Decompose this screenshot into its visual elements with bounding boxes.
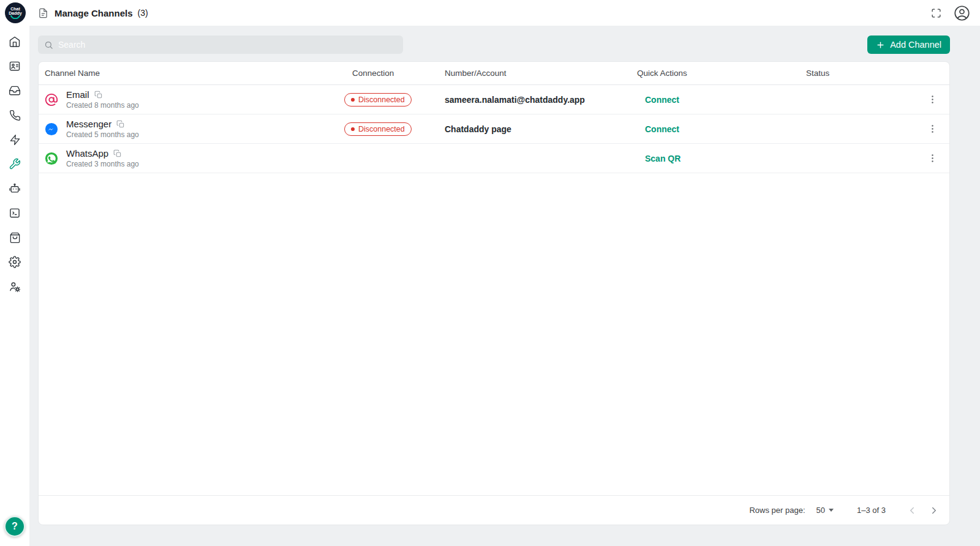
channel-cell: WhatsApp Created 3 months ago xyxy=(39,148,352,168)
bot-icon xyxy=(9,182,21,195)
connection-badge: Disconnected xyxy=(344,122,412,136)
sidebar-item-store[interactable] xyxy=(0,225,29,250)
pagination-range: 1–3 of 3 xyxy=(857,506,886,515)
channel-created: Created 3 months ago xyxy=(66,160,139,168)
sidebar-item-phone[interactable] xyxy=(0,103,29,127)
column-header-status: Status xyxy=(806,69,915,78)
status-dot-icon xyxy=(351,98,355,102)
channel-created: Created 8 months ago xyxy=(66,101,139,110)
sidebar-item-inbox[interactable] xyxy=(0,78,29,103)
sidebar-item-integrations[interactable] xyxy=(0,152,29,176)
fullscreen-icon xyxy=(931,8,941,18)
help-button[interactable]: ? xyxy=(4,516,25,537)
whatsapp-icon xyxy=(45,152,58,165)
chevron-left-icon xyxy=(907,505,918,516)
sidebar-item-team[interactable] xyxy=(0,274,29,299)
table-row: Messenger Created 5 months ago Disconnec… xyxy=(39,114,949,144)
messenger-icon xyxy=(45,122,58,136)
fullscreen-button[interactable] xyxy=(931,8,941,18)
kebab-menu-icon xyxy=(927,124,938,134)
toolbar: Add Channel xyxy=(38,36,950,54)
row-menu-button[interactable] xyxy=(915,153,949,163)
channel-cell: Messenger Created 5 months ago xyxy=(39,119,352,139)
connection-cell: Disconnected xyxy=(352,122,445,136)
channel-name: Email xyxy=(66,89,89,100)
copy-button[interactable] xyxy=(116,120,125,129)
rows-per-page-select[interactable]: 50 xyxy=(816,506,834,515)
column-header-quick-actions: Quick Actions xyxy=(637,69,806,78)
table-empty-space xyxy=(39,173,949,495)
status-dot-icon xyxy=(351,127,355,131)
copy-icon xyxy=(113,149,122,158)
tools-icon xyxy=(9,158,21,170)
column-header-connection: Connection xyxy=(352,69,445,78)
channel-text: Messenger Created 5 months ago xyxy=(66,119,139,139)
pagination-bar: Rows per page: 50 1–3 of 3 xyxy=(39,495,949,525)
quick-actions-cell: Scan QR xyxy=(637,153,806,164)
next-page-button[interactable] xyxy=(929,505,940,516)
channel-cell: Email Created 8 months ago xyxy=(39,89,352,110)
top-bar: Chat Daddy Manage Channels (3) xyxy=(0,0,980,26)
channel-created: Created 5 months ago xyxy=(66,130,139,139)
plus-icon xyxy=(876,40,885,50)
channels-table-card: Channel Name Connection Number/Account Q… xyxy=(38,61,950,525)
search-box[interactable] xyxy=(38,36,403,54)
page-count: (3) xyxy=(138,8,148,18)
sidebar-item-home[interactable] xyxy=(0,29,29,54)
account-cell: sameera.nalamati@chatdaddy.app xyxy=(445,95,637,105)
lightning-icon xyxy=(9,134,21,146)
home-icon xyxy=(9,36,21,48)
copy-button[interactable] xyxy=(113,149,122,158)
sidebar-item-automations[interactable] xyxy=(0,127,29,152)
email-icon xyxy=(45,93,58,107)
logo-text-line1: Chat xyxy=(10,7,20,11)
connection-label: Disconnected xyxy=(358,95,405,104)
add-channel-label: Add Channel xyxy=(890,40,941,50)
sidebar-item-developer[interactable] xyxy=(0,201,29,225)
rows-per-page-value: 50 xyxy=(816,506,825,515)
shopping-bag-icon xyxy=(9,232,21,244)
copy-button[interactable] xyxy=(94,91,103,99)
table-row: Email Created 8 months ago Disconnected xyxy=(39,85,949,114)
contact-card-icon xyxy=(9,60,21,72)
channel-text: Email Created 8 months ago xyxy=(66,89,139,110)
channel-text: WhatsApp Created 3 months ago xyxy=(66,148,139,168)
connection-cell: Disconnected xyxy=(352,93,445,107)
channel-name: Messenger xyxy=(66,119,111,129)
copy-icon xyxy=(94,91,103,99)
copy-icon xyxy=(116,120,125,129)
channel-name: WhatsApp xyxy=(66,148,108,159)
sidebar-item-settings[interactable] xyxy=(0,250,29,274)
sidebar: ? xyxy=(0,26,29,546)
user-avatar-icon xyxy=(954,5,970,21)
sidebar-item-bot[interactable] xyxy=(0,176,29,201)
user-profile-button[interactable] xyxy=(954,5,970,21)
scan-qr-action-link[interactable]: Scan QR xyxy=(645,154,680,163)
code-box-icon xyxy=(9,207,21,219)
pagination-buttons xyxy=(907,505,940,516)
add-channel-button[interactable]: Add Channel xyxy=(867,36,950,54)
logo-smile-icon xyxy=(10,15,20,19)
account-cell: Chatdaddy page xyxy=(445,124,637,134)
inbox-icon xyxy=(9,84,21,97)
kebab-menu-icon xyxy=(927,94,938,105)
connect-action-link[interactable]: Connect xyxy=(645,124,679,134)
page-document-icon xyxy=(38,8,48,18)
main-content: Add Channel Channel Name Connection Numb… xyxy=(29,26,980,546)
table-row: WhatsApp Created 3 months ago xyxy=(39,144,949,173)
search-icon xyxy=(44,40,53,50)
connection-label: Disconnected xyxy=(358,125,405,133)
previous-page-button[interactable] xyxy=(907,505,918,516)
page-title: Manage Channels xyxy=(55,8,133,18)
rows-per-page-label: Rows per page: xyxy=(749,506,805,515)
quick-actions-cell: Connect xyxy=(637,94,806,105)
row-menu-button[interactable] xyxy=(915,124,949,134)
logo-text-line2: Daddy xyxy=(9,11,21,15)
kebab-menu-icon xyxy=(927,153,938,163)
row-menu-button[interactable] xyxy=(915,94,949,105)
sidebar-item-contacts[interactable] xyxy=(0,54,29,78)
chatdaddy-logo: Chat Daddy xyxy=(5,2,26,23)
phone-icon xyxy=(9,110,21,121)
search-input[interactable] xyxy=(58,40,397,50)
connect-action-link[interactable]: Connect xyxy=(645,95,679,105)
